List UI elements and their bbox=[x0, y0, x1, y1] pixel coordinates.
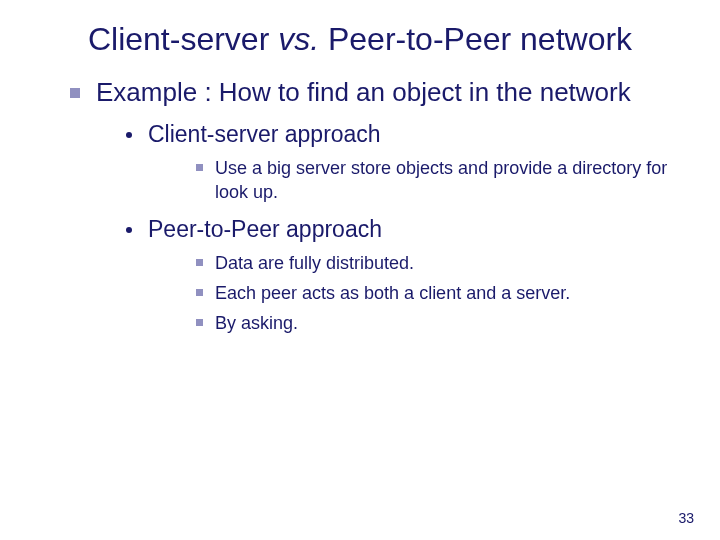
sub-bullet-text: Peer-to-Peer approach bbox=[148, 215, 382, 245]
subsub-bullet: Each peer acts as both a client and a se… bbox=[196, 281, 680, 305]
sub-bullet: Client-server approach bbox=[126, 120, 680, 150]
slide: Client-server vs. Peer-to-Peer network E… bbox=[0, 0, 720, 540]
subsub-bullet: Data are fully distributed. bbox=[196, 251, 680, 275]
sub-block-1: Peer-to-Peer approach Data are fully dis… bbox=[40, 215, 680, 336]
title-part1: Client-server bbox=[88, 21, 278, 57]
page-number: 33 bbox=[678, 510, 694, 526]
title-italic: vs. bbox=[278, 21, 319, 57]
subsub-bullet-text: Use a big server store objects and provi… bbox=[215, 156, 680, 205]
main-bullet-text: Example : How to find an object in the n… bbox=[96, 76, 631, 110]
square-bullet-icon bbox=[70, 88, 80, 98]
subsub-bullet: Use a big server store objects and provi… bbox=[196, 156, 680, 205]
square-bullet-icon bbox=[196, 259, 203, 266]
slide-title: Client-server vs. Peer-to-Peer network bbox=[70, 20, 650, 58]
dot-bullet-icon bbox=[126, 227, 132, 233]
dot-bullet-icon bbox=[126, 132, 132, 138]
main-bullet: Example : How to find an object in the n… bbox=[70, 76, 680, 110]
sub-block-0: Client-server approach Use a big server … bbox=[40, 120, 680, 204]
title-part2: Peer-to-Peer network bbox=[319, 21, 632, 57]
subsub-bullet: By asking. bbox=[196, 311, 680, 335]
subsub-bullet-text: Data are fully distributed. bbox=[215, 251, 414, 275]
subsub-bullet-text: Each peer acts as both a client and a se… bbox=[215, 281, 570, 305]
square-bullet-icon bbox=[196, 164, 203, 171]
square-bullet-icon bbox=[196, 319, 203, 326]
sub-bullet: Peer-to-Peer approach bbox=[126, 215, 680, 245]
sub-bullet-text: Client-server approach bbox=[148, 120, 381, 150]
square-bullet-icon bbox=[196, 289, 203, 296]
subsub-bullet-text: By asking. bbox=[215, 311, 298, 335]
